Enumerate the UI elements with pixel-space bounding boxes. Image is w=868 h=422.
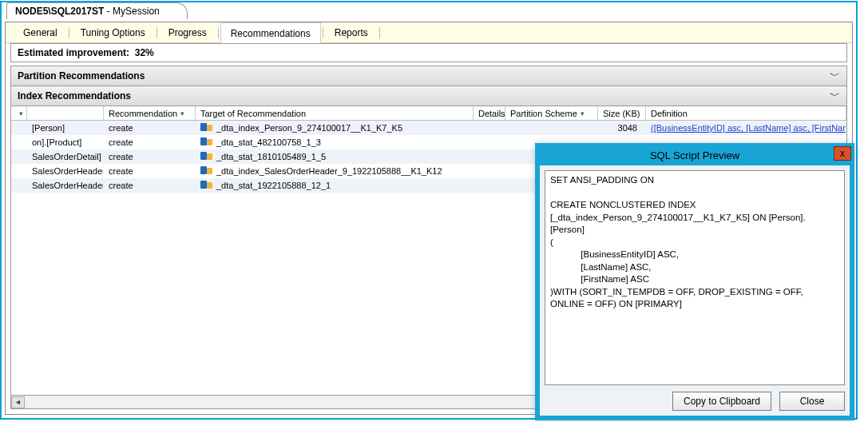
cell-target: _dta_stat_1922105888_12_1 bbox=[196, 181, 474, 190]
column-recommendation[interactable]: Recommendation▾ bbox=[104, 106, 196, 120]
column-partition-label: Partition Scheme bbox=[510, 109, 577, 118]
cell-rec: create bbox=[104, 181, 196, 190]
dialog-close-button[interactable]: x bbox=[834, 146, 851, 161]
close-button[interactable]: Close bbox=[779, 392, 845, 411]
cell-target: _dta_stat_1810105489_1_5 bbox=[196, 152, 474, 161]
dropdown-icon: ▾ bbox=[19, 109, 23, 117]
cell-target: _dta_index_SalesOrderHeader_9_1922105888… bbox=[196, 166, 474, 176]
cell-db: SalesOrderHeader] bbox=[27, 166, 104, 176]
tab-separator bbox=[157, 27, 157, 38]
column-partition-scheme[interactable]: Partition Scheme▾ bbox=[505, 106, 598, 120]
improvement-label: Estimated improvement: bbox=[18, 47, 129, 58]
cell-rec: create bbox=[104, 137, 196, 147]
scroll-left-button[interactable]: ◄ bbox=[11, 396, 25, 408]
column-target[interactable]: Target of Recommendation bbox=[196, 106, 474, 120]
partition-recommendations-header[interactable]: Partition Recommendations ﹀ bbox=[10, 66, 847, 86]
tab-separator bbox=[379, 27, 380, 38]
improvement-bar: Estimated improvement: 32% bbox=[10, 43, 847, 62]
index-icon bbox=[200, 166, 212, 176]
session-tab-suffix: - MySession bbox=[104, 6, 159, 17]
column-recommendation-label: Recommendation bbox=[109, 109, 177, 118]
index-recommendations-header[interactable]: Index Recommendations ﹀ bbox=[10, 86, 847, 106]
cell-db: SalesOrderHeader] bbox=[27, 181, 104, 190]
cell-target-text: _dta_index_Person_9_274100017__K1_K7_K5 bbox=[216, 123, 402, 133]
cell-target-text: _dta_stat_482100758_1_3 bbox=[216, 137, 321, 147]
tab-progress[interactable]: Progress bbox=[159, 22, 216, 43]
column-details[interactable]: Details bbox=[474, 106, 505, 120]
grid-header: ▾ Recommendation▾ Target of Recommendati… bbox=[11, 106, 846, 121]
cell-target: _dta_stat_482100758_1_3 bbox=[196, 137, 474, 147]
tab-general[interactable]: General bbox=[14, 22, 67, 43]
sql-script-textarea[interactable] bbox=[545, 170, 845, 385]
dropdown-icon: ▾ bbox=[180, 109, 184, 117]
cell-rec: create bbox=[104, 166, 196, 176]
cell-target-text: _dta_stat_1922105888_12_1 bbox=[216, 181, 331, 190]
partition-recommendations-title: Partition Recommendations bbox=[18, 70, 145, 82]
session-tab[interactable]: NODE5\SQL2017ST - MySession bbox=[6, 2, 188, 19]
column-definition[interactable]: Definition bbox=[646, 106, 846, 120]
cell-target-text: _dta_index_SalesOrderHeader_9_1922105888… bbox=[216, 166, 442, 176]
tab-separator bbox=[323, 27, 323, 38]
cell-size: 3048 bbox=[598, 123, 646, 133]
stat-icon bbox=[200, 181, 212, 190]
cell-target-text: _dta_stat_1810105489_1_5 bbox=[216, 152, 326, 161]
column-database[interactable] bbox=[27, 106, 104, 120]
tab-separator bbox=[69, 27, 69, 38]
cell-db: [Person] bbox=[27, 123, 104, 133]
dialog-titlebar[interactable]: SQL Script Preview x bbox=[537, 145, 853, 165]
index-icon bbox=[200, 123, 212, 133]
column-checkbox[interactable]: ▾ bbox=[11, 106, 27, 120]
cell-db: on].[Product] bbox=[27, 137, 104, 147]
copy-to-clipboard-button[interactable]: Copy to Clipboard bbox=[672, 392, 771, 411]
tab-recommendations[interactable]: Recommendations bbox=[220, 22, 321, 43]
index-recommendations-title: Index Recommendations bbox=[18, 90, 131, 102]
improvement-value: 32% bbox=[135, 47, 154, 58]
tab-separator bbox=[218, 27, 219, 38]
cell-rec: create bbox=[104, 152, 196, 161]
chevron-down-icon: ﹀ bbox=[830, 69, 840, 83]
cell-definition-link[interactable]: ([BusinessEntityID] asc, [LastName] asc,… bbox=[646, 123, 846, 133]
stat-icon bbox=[200, 137, 212, 147]
dialog-title: SQL Script Preview bbox=[650, 149, 739, 161]
tab-tuning-options[interactable]: Tuning Options bbox=[71, 22, 155, 43]
dropdown-icon: ▾ bbox=[581, 109, 585, 117]
cell-db: SalesOrderDetail] bbox=[27, 152, 104, 161]
column-size[interactable]: Size (KB) bbox=[598, 106, 646, 120]
tab-reports[interactable]: Reports bbox=[325, 22, 378, 43]
chevron-down-icon: ﹀ bbox=[830, 89, 840, 103]
sql-script-preview-dialog: SQL Script Preview x Copy to Clipboard C… bbox=[535, 143, 854, 420]
cell-target: _dta_index_Person_9_274100017__K1_K7_K5 bbox=[196, 123, 474, 133]
cell-rec: create bbox=[104, 123, 196, 133]
session-tab-prefix: NODE5\SQL2017ST bbox=[15, 6, 104, 17]
grid-row[interactable]: [Person] create _dta_index_Person_9_2741… bbox=[11, 121, 846, 135]
tab-strip: General Tuning Options Progress Recommen… bbox=[6, 22, 852, 43]
stat-icon bbox=[200, 152, 212, 161]
